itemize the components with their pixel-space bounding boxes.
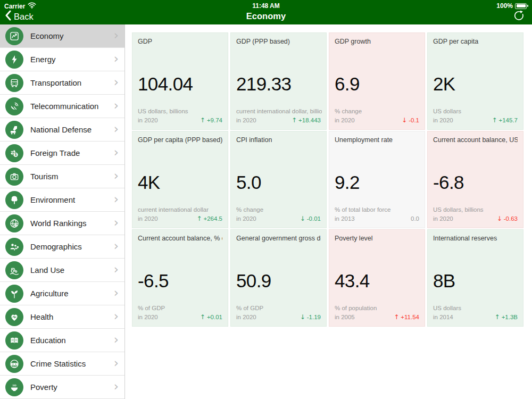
card-value: 2K [433, 73, 455, 95]
delta-arrow-icon: ↑ [200, 313, 205, 321]
stat-card-gdp-ppp[interactable]: GDP (PPP based) 219.33 current internati… [230, 32, 327, 130]
card-units: US dollars, billions [433, 206, 519, 213]
delta-value: +11.54 [401, 314, 419, 320]
card-units: % change [236, 206, 322, 213]
sidebar-item-health[interactable]: Health › [0, 305, 124, 329]
svg-text:$: $ [15, 153, 17, 157]
card-value: -6.5 [138, 270, 169, 292]
chevron-right-icon: › [114, 218, 119, 227]
card-period: in 2020 [236, 314, 256, 320]
delta-value: +145.7 [499, 117, 518, 123]
sidebar-item-crime-statistics[interactable]: Crime Statistics › [0, 352, 124, 376]
nav-bar: Back Economy [0, 11, 532, 24]
sidebar-item-agriculture[interactable]: Agriculture › [0, 282, 124, 305]
card-value: 4K [138, 172, 160, 193]
card-period: in 2014 [433, 314, 453, 320]
bandit-mask-icon [5, 355, 23, 373]
card-units: US dollars, billions [138, 108, 223, 114]
card-units: US dollars [433, 305, 519, 311]
chevron-right-icon: › [114, 124, 119, 134]
stat-card-grid: GDP 104.04 US dollars, billions in 2020 … [132, 32, 532, 327]
delta-arrow-icon: ↓ [497, 215, 502, 222]
globe-chart-icon [5, 214, 23, 232]
sidebar-item-world-rankings[interactable]: World Rankings › [0, 212, 124, 235]
card-value: 5.0 [236, 172, 261, 193]
sidebar-item-land-use[interactable]: Land Use › [0, 259, 124, 282]
card-title: CPI inflation [236, 136, 321, 144]
card-units: % of GDP [138, 305, 223, 311]
stat-card-current-account-pct-gdp[interactable]: Current account balance, % of GDP -6.5 %… [132, 229, 228, 327]
sidebar-item-transportation[interactable]: Transportation › [0, 71, 124, 95]
delta-value: -1.19 [307, 314, 321, 320]
stat-card-unemployment-rate[interactable]: Unemployment rate 9.2 % of total labor f… [329, 131, 425, 228]
chevron-right-icon: › [114, 54, 119, 63]
sidebar-item-demographics[interactable]: Demographics › [0, 235, 124, 259]
stat-card-gdp[interactable]: GDP 104.04 US dollars, billions in 2020 … [132, 32, 228, 130]
battery-percent: 100% [496, 2, 513, 10]
sidebar-item-label: Foreign Trade [30, 148, 80, 157]
sidebar-item-label: Crime Statistics [30, 359, 86, 368]
sidebar-item-foreign-trade[interactable]: $ Foreign Trade › [0, 142, 124, 165]
stat-card-current-account-usd[interactable]: Current account balance, US$ -6.8 US dol… [427, 131, 523, 228]
status-bar: Carrier 11:48 AM 100% [0, 0, 532, 11]
card-delta: ↑+145.7 [492, 117, 518, 124]
chevron-right-icon: › [114, 30, 119, 40]
card-delta: ↓-0.63 [497, 215, 518, 222]
bus-icon [5, 74, 23, 92]
sidebar-item-label: Poverty [30, 383, 57, 392]
tree-icon [5, 191, 23, 209]
population-trend-icon [5, 238, 23, 256]
category-sidebar: Economy › Energy › Transportation › [0, 24, 125, 399]
card-delta: ↑+11.54 [394, 313, 419, 321]
sidebar-item-education[interactable]: Education › [0, 329, 124, 352]
stat-card-gdp-per-capita[interactable]: GDP per capita 2K US dollars in 2020 ↑+1… [427, 32, 523, 130]
card-title: General government gross debt [236, 235, 321, 242]
back-label: Back [14, 12, 34, 22]
sidebar-item-poverty[interactable]: Poverty › [0, 376, 124, 399]
card-value: 104.04 [138, 73, 193, 95]
chevron-right-icon: › [114, 264, 119, 274]
delta-arrow-icon: ↑ [196, 215, 202, 222]
sidebar-item-environment[interactable]: Environment › [0, 188, 124, 212]
tractor-field-icon [5, 261, 23, 279]
sprout-icon [5, 285, 23, 303]
bowl-steam-icon [5, 378, 23, 396]
card-value: 43.4 [335, 270, 370, 292]
card-units: % of GDP [236, 305, 322, 311]
stat-card-poverty-level[interactable]: Poverty level 43.4 % of population in 20… [329, 229, 425, 327]
delta-arrow-icon: ↑ [292, 117, 297, 124]
delta-value: +18.443 [298, 117, 321, 123]
sidebar-item-tourism[interactable]: Tourism › [0, 165, 124, 188]
clock: 11:48 AM [0, 2, 532, 10]
sidebar-item-label: Telecommunication [30, 102, 98, 111]
card-period: in 2020 [138, 215, 158, 222]
sidebar-item-national-defense[interactable]: National Defense › [0, 118, 124, 142]
sidebar-item-telecommunication[interactable]: Telecommunication › [0, 95, 124, 118]
delta-arrow-icon: ↑ [394, 313, 399, 321]
delta-value: 0.0 [411, 215, 419, 222]
missile-truck-icon [5, 121, 23, 139]
stats-panel: GDP 104.04 US dollars, billions in 2020 … [125, 24, 532, 399]
open-book-icon [5, 331, 23, 350]
chevron-right-icon: › [114, 288, 119, 297]
delta-value: -0.63 [504, 215, 518, 222]
card-value: 8B [433, 270, 455, 292]
sidebar-item-energy[interactable]: Energy › [0, 48, 124, 71]
refresh-button[interactable] [513, 10, 525, 24]
card-period: in 2020 [433, 117, 453, 123]
back-button[interactable]: Back [5, 10, 34, 23]
sidebar-item-label: Transportation [30, 78, 81, 87]
battery-icon [515, 3, 527, 9]
stat-card-gdp-growth[interactable]: GDP growth 6.9 % change in 2020 ↓-0.1 [329, 32, 425, 130]
card-period: in 2020 [236, 117, 256, 123]
delta-arrow-icon: ↓ [300, 313, 305, 321]
stat-card-international-reserves[interactable]: International reserves 8B US dollars in … [427, 229, 523, 327]
economy-chart-icon [5, 27, 23, 45]
card-value: 50.9 [236, 270, 271, 292]
stat-card-gdp-per-capita-ppp[interactable]: GDP per capita (PPP based) 4K current in… [132, 131, 228, 228]
stat-card-government-gross-debt[interactable]: General government gross debt 50.9 % of … [230, 229, 327, 327]
card-title: GDP growth [335, 38, 419, 45]
card-period: in 2020 [433, 215, 453, 222]
stat-card-cpi-inflation[interactable]: CPI inflation 5.0 % change in 2020 ↓-0.0… [230, 131, 327, 228]
sidebar-item-economy[interactable]: Economy › [0, 24, 124, 48]
